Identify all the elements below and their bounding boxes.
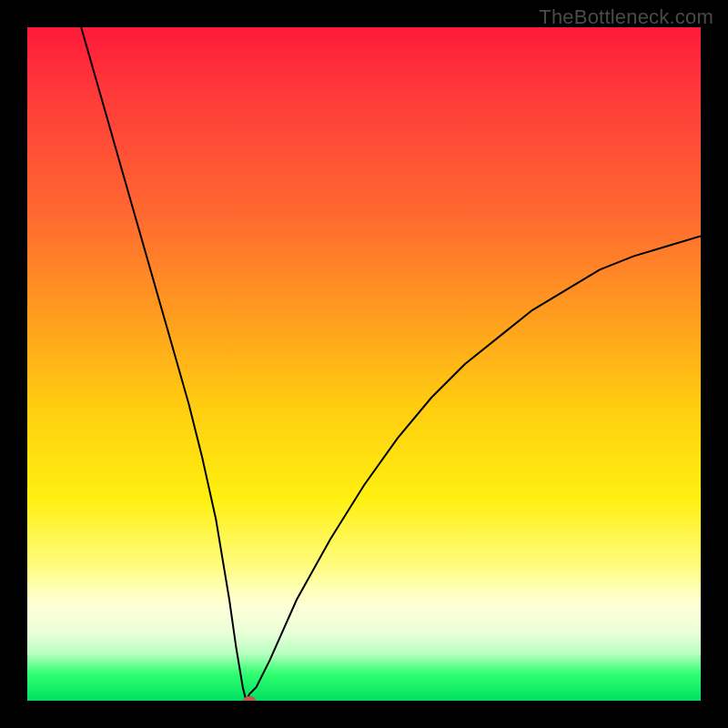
plot-area (27, 27, 701, 701)
watermark-text: TheBottleneck.com (539, 5, 713, 29)
curve-svg (27, 27, 701, 701)
bottleneck-curve (81, 27, 701, 701)
chart-frame: TheBottleneck.com (0, 0, 728, 728)
